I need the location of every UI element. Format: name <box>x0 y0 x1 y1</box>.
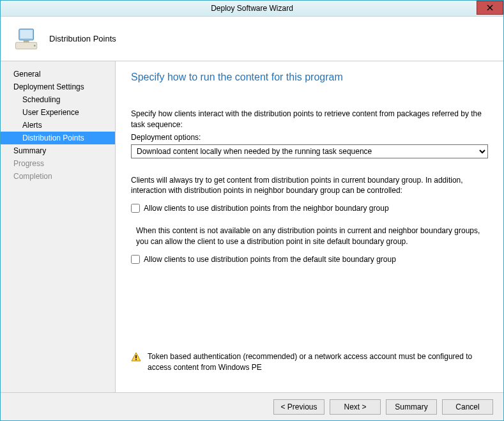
sidebar-item-deployment-settings[interactable]: Deployment Settings <box>1 80 115 93</box>
deployment-options-select[interactable]: Download content locally when needed by … <box>131 144 488 158</box>
sidebar-item-user-experience[interactable]: User Experience <box>1 106 115 119</box>
next-button[interactable]: Next > <box>330 399 381 415</box>
warning-row: Token based authentication (recommended)… <box>131 351 488 373</box>
summary-button[interactable]: Summary <box>386 399 437 415</box>
svg-rect-9 <box>135 359 137 360</box>
default-boundary-label[interactable]: Allow clients to use distribution points… <box>144 255 396 264</box>
svg-rect-8 <box>135 355 137 358</box>
wizard-body: General Deployment Settings Scheduling U… <box>1 61 503 392</box>
sidebar-item-distribution-points[interactable]: Distribution Points <box>1 132 115 144</box>
content-heading: Specify how to run the content for this … <box>131 72 488 83</box>
warning-icon <box>131 352 141 362</box>
svg-point-6 <box>34 45 36 47</box>
wizard-header: Distribution Points <box>1 17 503 61</box>
sidebar-item-general[interactable]: General <box>1 68 115 80</box>
svg-rect-3 <box>20 30 33 38</box>
sidebar: General Deployment Settings Scheduling U… <box>1 61 116 392</box>
wizard-window: Deploy Software Wizard Distribution Poin… <box>0 0 504 421</box>
default-boundary-text: When this content is not available on an… <box>136 226 488 247</box>
neighbor-boundary-label[interactable]: Allow clients to use distribution points… <box>144 204 389 213</box>
titlebar: Deploy Software Wizard <box>1 1 503 17</box>
sidebar-item-completion: Completion <box>1 170 115 183</box>
sidebar-item-progress: Progress <box>1 157 115 170</box>
warning-text: Token based authentication (recommended)… <box>148 351 488 373</box>
content-pane: Specify how to run the content for this … <box>116 61 503 392</box>
svg-rect-4 <box>16 42 37 49</box>
svg-rect-5 <box>24 40 29 42</box>
neighbor-boundary-checkbox[interactable] <box>131 204 140 213</box>
cancel-button[interactable]: Cancel <box>442 399 493 415</box>
default-boundary-checkbox[interactable] <box>131 255 140 264</box>
deployment-options-label: Deployment options: <box>131 133 488 142</box>
close-button[interactable] <box>477 1 503 15</box>
sidebar-item-scheduling[interactable]: Scheduling <box>1 93 115 106</box>
sidebar-item-alerts[interactable]: Alerts <box>1 119 115 132</box>
boundary-group-text: Clients will always try to get content f… <box>131 175 488 197</box>
footer: < Previous Next > Summary Cancel <box>1 392 503 420</box>
previous-button[interactable]: < Previous <box>273 399 325 415</box>
sidebar-item-summary[interactable]: Summary <box>1 144 115 157</box>
window-title: Deploy Software Wizard <box>211 4 293 13</box>
page-title: Distribution Points <box>49 34 116 43</box>
close-icon <box>487 4 493 11</box>
computer-icon <box>13 26 40 52</box>
intro-text: Specify how clients interact with the di… <box>131 109 488 130</box>
